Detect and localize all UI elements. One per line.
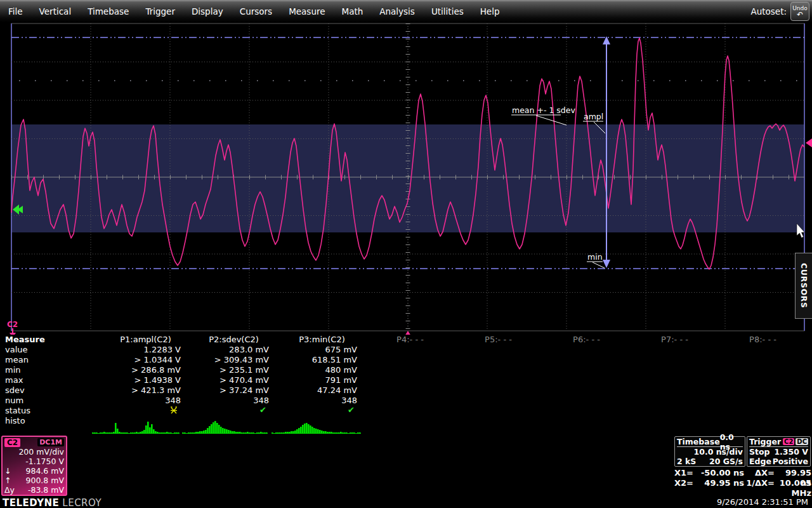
menu-item-file[interactable]: File [0, 6, 31, 17]
measure-panel: Measure P1:ampl(C2) P2:sdev(C2) P3:min(C… [0, 335, 812, 435]
measure-min-p1: > 286.8 mV [102, 365, 190, 375]
undo-autoset-button[interactable]: Undo ↶ [790, 2, 809, 21]
measure-header-p4[interactable]: P4:- - - [366, 335, 454, 345]
menu-item-trigger[interactable]: Trigger [137, 6, 183, 17]
measure-sdev-p1: > 421.3 mV [102, 385, 190, 396]
scope-grid-svg: mean +- 1 sdev ampl min C2 [0, 22, 812, 335]
delta-y-label: Δy [4, 485, 16, 495]
menu-item-math[interactable]: Math [334, 6, 372, 17]
brand-lecroy: LECROY [62, 497, 102, 508]
menu-item-measure[interactable]: Measure [280, 6, 333, 17]
trigger-source-badge: C2 [783, 438, 794, 445]
measure-header-p2[interactable]: P2:sdev(C2) [190, 335, 278, 345]
menu-item-display[interactable]: Display [183, 6, 232, 17]
band-annotation-label: mean +- 1 sdev [512, 105, 575, 115]
trigger-title: Trigger [749, 437, 781, 446]
measure-max-p2: > 470.4 mV [190, 375, 278, 385]
trigger-mode: Stop [749, 447, 770, 457]
cursor-readout: X1= -50.00 ns ΔX= 99.95 ns X2= 49.95 ns … [674, 468, 811, 488]
measure-sdev-p3: 47.24 mV [278, 385, 366, 396]
timebase-title: Timebase [677, 437, 720, 446]
autoset-label: Autoset: [750, 6, 787, 17]
brand-logo: TELEDYNELECROY [3, 497, 102, 508]
channel-c2-offscreen-marker: C2 [7, 320, 18, 335]
trigger-level-marker-icon[interactable] [806, 138, 812, 147]
svg-text:C2: C2 [7, 320, 18, 329]
channel-c2-label: C2 [4, 438, 20, 447]
measure-mean-p2: > 309.43 mV [190, 355, 278, 365]
measure-row-label-status: status [0, 406, 102, 416]
ch-row1-label [4, 457, 16, 466]
channel-volts-per-div: 200 mV/div [16, 447, 64, 457]
measure-title: Measure [0, 335, 102, 345]
measure-num-p1: 348 [102, 396, 190, 406]
measure-num-p3: 348 [278, 396, 366, 406]
measure-num-p2: 348 [190, 396, 278, 406]
min-annotation-label: min [587, 252, 603, 262]
channel-coupling-badge: DC1M [37, 438, 64, 446]
measure-row-label-max: max [0, 375, 102, 385]
cursor-y1-value: 984.6 mV [16, 466, 64, 476]
menu-item-analysis[interactable]: Analysis [371, 6, 423, 17]
trigger-descriptor[interactable]: Trigger C2 DC Stop 1.350 V Edge Positive [747, 436, 811, 467]
cursor-y2-arrow-icon: ↑ [4, 476, 16, 485]
measure-header-p6[interactable]: P6:- - - [542, 335, 631, 345]
menu-bar: File Vertical Timebase Trigger Display C… [0, 0, 812, 22]
measure-value-p1: 1.2283 V [102, 345, 190, 355]
menu-item-cursors[interactable]: Cursors [232, 6, 280, 17]
measure-histograms [92, 417, 362, 435]
measure-header-p8[interactable]: P8:- - - [719, 335, 807, 345]
measure-value-p2: 283.0 mV [190, 345, 278, 355]
measure-header-p1[interactable]: P1:ampl(C2) [102, 335, 190, 345]
measure-row-label-min: min [0, 365, 102, 375]
menu-item-help[interactable]: Help [472, 6, 508, 17]
measure-row-label-sdev: sdev [0, 385, 102, 396]
timebase-descriptor[interactable]: Timebase 0.0 ns 10.0 ns/div 2 kS 20 GS/s [674, 436, 745, 467]
menu-item-vertical[interactable]: Vertical [31, 6, 80, 17]
measure-row-label-histo: histo [0, 416, 102, 426]
trigger-coupling-badge: DC [796, 438, 808, 445]
timebase-samples: 2 kS [677, 457, 696, 466]
measure-row-label-mean: mean [0, 355, 102, 365]
brand-teledyne: TELEDYNE [3, 497, 59, 508]
trigger-level: 1.350 V [774, 447, 808, 457]
cursors-tab-label: CURSORS [799, 263, 808, 309]
status-questionable-icon [102, 406, 190, 416]
measure-mean-p3: 618.51 mV [278, 355, 366, 365]
timebase-rate: 20 GS/s [709, 457, 743, 466]
measure-mean-p1: > 1.0344 V [102, 355, 190, 365]
waveform-display: mean +- 1 sdev ampl min C2 CURSORS [0, 22, 812, 335]
invdx-value: 10.005 MHz [775, 478, 811, 498]
measure-min-p3: 480 mV [278, 365, 366, 375]
status-ok-icon-p2: ✔ [190, 406, 278, 416]
cursor-y1-arrow-icon: ↓ [4, 466, 16, 476]
measure-row-label-value: value [0, 345, 102, 355]
measure-value-p3: 675 mV [278, 345, 366, 355]
delta-y-value: -83.8 mV [16, 485, 64, 495]
ampl-annotation-label: ampl [584, 112, 603, 121]
undo-icon: ↶ [797, 11, 803, 18]
cursor-y2-value: 900.8 mV [16, 476, 64, 485]
timebase-scale: 10.0 ns/div [694, 447, 743, 457]
measure-header-p3[interactable]: P3:min(C2) [278, 335, 366, 345]
ch-row0-label [4, 447, 16, 457]
channel-offset: -1.1750 V [16, 457, 64, 466]
measure-sdev-p2: > 37.24 mV [190, 385, 278, 396]
datetime-display: 9/26/2014 2:31:51 PM [717, 497, 808, 507]
channel-c2-descriptor[interactable]: C2 DC1M 200 mV/div -1.1750 V ↓984.6 mV ↑… [1, 436, 67, 496]
measure-max-p1: > 1.4938 V [102, 375, 190, 385]
measure-header-p5[interactable]: P5:- - - [454, 335, 542, 345]
measure-min-p2: > 235.1 mV [190, 365, 278, 375]
measure-header-p7[interactable]: P7:- - - [631, 335, 719, 345]
invdx-label: 1/ΔX= [744, 478, 775, 498]
trigger-type: Edge [749, 457, 771, 466]
status-ok-icon-p3: ✔ [278, 406, 366, 416]
measure-max-p3: 791 mV [278, 375, 366, 385]
x2-value: 49.95 ns [695, 478, 744, 498]
menu-item-utilities[interactable]: Utilities [423, 6, 472, 17]
cursors-side-tab[interactable]: CURSORS [795, 253, 812, 319]
x2-label: X2= [674, 478, 695, 498]
trigger-slope: Positive [773, 457, 808, 466]
menu-item-timebase[interactable]: Timebase [79, 6, 137, 17]
measure-row-label-num: num [0, 396, 102, 406]
